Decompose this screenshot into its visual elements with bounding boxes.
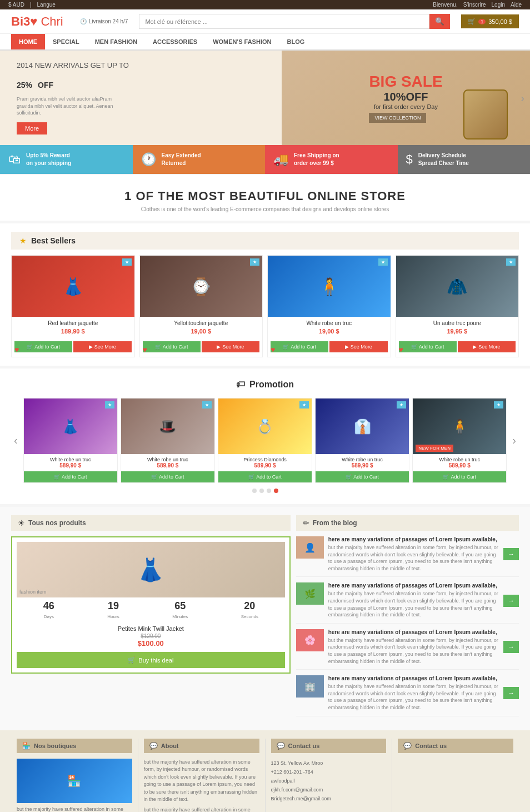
- nav-blog[interactable]: BLOG: [279, 34, 312, 49]
- return-icon: 🕐: [141, 152, 156, 167]
- promo-image-3: 💍: [218, 398, 312, 454]
- promo-cart-btn-5[interactable]: 🛒 Add to Cart: [413, 471, 506, 482]
- cart-price: 350,00 $: [488, 18, 512, 25]
- more-button[interactable]: More: [17, 122, 47, 134]
- see-more-btn-4[interactable]: ▶ See More: [458, 341, 516, 352]
- blog-desc-3: but the majority have suffered alteratio…: [328, 637, 499, 665]
- sale-sub: for first order every Day: [369, 103, 442, 110]
- aide-link[interactable]: Aide: [511, 2, 522, 8]
- product-heart-2[interactable]: ♥: [143, 345, 147, 354]
- star-icon: ★: [19, 236, 27, 245]
- product-card-1: 👗 ★ ♥ Red leather jaquette 189,90 $ 🛒 Ad…: [11, 255, 135, 357]
- nav-home[interactable]: HOME: [11, 34, 45, 49]
- product-heart-3[interactable]: ♥: [271, 345, 275, 354]
- sinscrire-link[interactable]: S'inscrire: [463, 2, 486, 8]
- tag-icon: 🏷: [236, 380, 245, 390]
- see-more-btn-1[interactable]: ▶ See More: [73, 341, 131, 352]
- search-button[interactable]: 🔍: [429, 14, 450, 29]
- feature-reward: 🛍 Upto 5% Reward on your shipping: [0, 145, 133, 174]
- search-input[interactable]: [139, 14, 429, 29]
- delivery-info: 🕐 Livraison 24 h/7: [80, 18, 128, 24]
- product-heart-4[interactable]: ♥: [399, 345, 403, 354]
- new-for-men-badge: NEW FOR MEN: [416, 445, 453, 452]
- promo-cart-btn-1[interactable]: 🛒 Add to Cart: [24, 471, 117, 482]
- blog-arrow-4[interactable]: →: [503, 687, 519, 699]
- bag-image: [463, 89, 508, 140]
- pencil-icon: ✏: [303, 519, 309, 527]
- promotion-title: 🏷 Promotion: [236, 380, 294, 390]
- promo-next-arrow[interactable]: ›: [509, 431, 519, 450]
- new-arrivals-text: 2014 NEW ARRIVALS GET UP TO: [17, 61, 265, 69]
- blog-arrow-2[interactable]: →: [503, 595, 519, 607]
- bienvenu-link[interactable]: Bienvenu.: [433, 2, 457, 8]
- blog-item-3: 🌸 here are many variations of passages o…: [296, 629, 519, 670]
- blog-image-2: 🌿: [296, 582, 324, 605]
- promo-badge-1: ★: [105, 401, 114, 409]
- footer-about-header: 💬 About: [144, 739, 259, 753]
- separator: |: [30, 2, 32, 8]
- product-image-3: 🧍: [268, 256, 391, 317]
- dot-3[interactable]: [267, 489, 271, 493]
- product-info-3: White robe un truc 19,00 $: [268, 317, 391, 341]
- nav-men-fashion[interactable]: MEN FASHION: [87, 34, 145, 49]
- blog-arrow-1[interactable]: →: [503, 548, 519, 560]
- add-cart-btn-1[interactable]: 🛒 Add to Cart: [14, 341, 72, 352]
- promo-dots: [11, 489, 519, 493]
- footer-sections: 🏪 Nos boutiques 🏪 but the majority have …: [0, 730, 530, 813]
- two-col-section: ☀ Tous nos produits 👗 fashion item 46 Da…: [0, 507, 530, 730]
- blog-arrow-3[interactable]: →: [503, 641, 519, 653]
- currency-selector[interactable]: $ AUD: [8, 2, 24, 8]
- blog-desc-1: but the majority have suffered alteratio…: [328, 544, 499, 572]
- nav-womens-fashion[interactable]: WOMEN'S FASHION: [205, 34, 279, 49]
- timer-minutes: 65 Minutes: [172, 600, 188, 620]
- banner-next-arrow[interactable]: ›: [521, 92, 524, 104]
- shop-image: 🏪: [17, 759, 132, 803]
- promo-card-2: 🎩 ★ White robe un truc 589,90 $ 🛒 Add to…: [121, 398, 215, 483]
- promo-cart-btn-3[interactable]: 🛒 Add to Cart: [218, 471, 312, 482]
- promo-prev-arrow[interactable]: ‹: [11, 431, 21, 450]
- about-icon: 💬: [149, 742, 158, 750]
- promo-info-4: White robe un truc 589,90 $: [316, 454, 409, 471]
- shipping-icon: 🚚: [273, 152, 288, 167]
- add-cart-btn-3[interactable]: 🛒 Add to Cart: [271, 341, 328, 352]
- product-heart-1[interactable]: ♥: [14, 345, 19, 354]
- footer-contact1: 💬 Contact us 123 St. Yellow Av. Mroo +21…: [266, 739, 393, 813]
- blog-text-2: here are many variations of passages of …: [328, 582, 499, 618]
- promo-card-4: 👔 ★ White robe un truc 589,90 $ 🛒 Add to…: [315, 398, 409, 483]
- promo-image-2: 🎩: [121, 398, 214, 454]
- dot-2[interactable]: [259, 489, 264, 493]
- logo-text: Bi3: [11, 14, 30, 28]
- promo-cart-btn-2[interactable]: 🛒 Add to Cart: [121, 471, 214, 482]
- see-more-btn-3[interactable]: ▶ See More: [329, 341, 387, 352]
- view-collection-btn[interactable]: VIEW COLLECTION: [369, 113, 426, 123]
- dot-1[interactable]: [252, 489, 257, 493]
- product-price-2: 19,00 $: [144, 328, 258, 335]
- see-more-btn-2[interactable]: ▶ See More: [202, 341, 259, 352]
- promo-name-3: Princess Diamonds: [221, 457, 309, 462]
- search-bar: 🔍: [139, 14, 450, 29]
- promo-cart-btn-4[interactable]: 🛒 Add to Cart: [316, 471, 409, 482]
- deal-timer: 46 Days 19 Hours 65 Minutes 20 Seconds: [17, 597, 285, 622]
- nav-special[interactable]: SPECIAL: [45, 34, 87, 49]
- blog-header: ✏ From the blog: [296, 515, 519, 531]
- add-cart-btn-4[interactable]: 🛒 Add to Cart: [399, 341, 457, 352]
- blog-item-4: 🏢 here are many variations of passages o…: [296, 675, 519, 716]
- deal-old-price: $120.00: [17, 633, 285, 639]
- cart-button[interactable]: 🛒 1 350,00 $: [461, 14, 519, 28]
- blog-item-1: 👤 here are many variations of passages o…: [296, 536, 519, 577]
- dot-4[interactable]: [274, 489, 278, 493]
- promo-price-3: 589,90 $: [221, 462, 309, 469]
- language-selector[interactable]: Langue: [37, 2, 56, 8]
- promo-info-3: Princess Diamonds 589,90 $: [218, 454, 312, 471]
- login-link[interactable]: Login: [492, 2, 505, 8]
- blog-text-1: here are many variations of passages of …: [328, 536, 499, 572]
- product-info-1: Red leather jaquette 189,90 $: [12, 317, 134, 341]
- add-cart-btn-2[interactable]: 🛒 Add to Cart: [143, 341, 201, 352]
- feature-boxes: 🛍 Upto 5% Reward on your shipping 🕐 Easy…: [0, 145, 530, 174]
- nav-accessories[interactable]: ACCESSORIES: [145, 34, 205, 49]
- feature-delivery: $ Delivery Schedule Spread Cheer Time: [398, 145, 531, 174]
- buy-deal-btn[interactable]: 🛒 Buy this deal: [17, 652, 285, 668]
- promo-image-1: 👗: [24, 398, 117, 454]
- product-badge-2: ★: [250, 258, 259, 266]
- promo-info-1: White robe un truc 589,90 $: [24, 454, 117, 471]
